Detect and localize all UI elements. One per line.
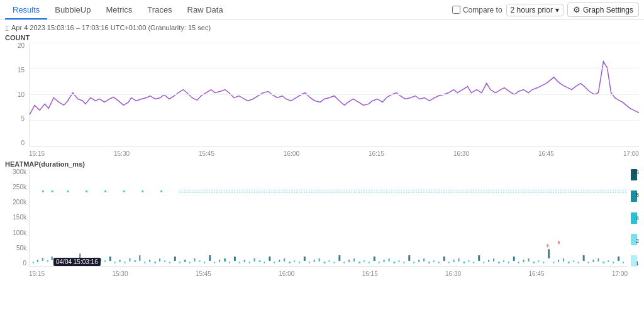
- svg-rect-75: [353, 258, 355, 262]
- svg-rect-25: [104, 260, 106, 262]
- x-label-1615: 16:15: [369, 150, 384, 157]
- line-chart-label: COUNT: [5, 34, 639, 41]
- tab-bubbleup[interactable]: BubbleUp: [47, 1, 98, 19]
- svg-rect-84: [398, 260, 399, 262]
- svg-rect-71: [333, 262, 335, 263]
- svg-rect-104: [498, 262, 500, 263]
- svg-rect-80: [379, 262, 380, 263]
- y-label-10: 10: [18, 92, 25, 98]
- svg-rect-58: [269, 257, 270, 261]
- svg-rect-4: [67, 190, 69, 192]
- svg-rect-30: [130, 258, 131, 262]
- svg-rect-26: [109, 257, 111, 261]
- y-label-5: 5: [21, 116, 25, 122]
- svg-rect-8: [142, 190, 143, 192]
- svg-rect-112: [538, 260, 539, 262]
- svg-rect-50: [229, 262, 230, 263]
- svg-rect-9: [160, 190, 162, 192]
- svg-rect-66: [309, 262, 310, 263]
- svg-rect-6: [104, 190, 106, 192]
- hm-x-1600: 16:00: [279, 270, 294, 277]
- svg-rect-99: [473, 262, 474, 263]
- svg-rect-37: [164, 260, 165, 262]
- svg-rect-52: [239, 262, 240, 263]
- legend-label-2: 2: [636, 238, 639, 244]
- svg-rect-83: [394, 262, 396, 263]
- svg-rect-92: [438, 262, 440, 263]
- svg-rect-48: [219, 260, 220, 262]
- compare-select[interactable]: 2 hours prior ▾: [506, 4, 564, 16]
- svg-rect-116: [558, 260, 559, 262]
- x-label-1530: 15:30: [114, 150, 130, 157]
- svg-rect-121: [583, 255, 585, 261]
- svg-rect-130: [547, 244, 548, 247]
- svg-rect-105: [503, 260, 504, 262]
- svg-rect-36: [159, 258, 160, 262]
- hm-x-1515: 15:15: [29, 270, 45, 277]
- x-label-1600: 16:00: [284, 150, 299, 157]
- chevron-down-icon: ▾: [555, 6, 559, 14]
- top-nav: Results BubbleUp Metrics Traces Raw Data…: [0, 0, 644, 20]
- hm-y-100k: 100k: [13, 230, 26, 236]
- x-label-1515: 15:15: [29, 150, 45, 157]
- svg-rect-44: [199, 260, 200, 262]
- svg-rect-33: [144, 262, 145, 263]
- svg-rect-69: [324, 262, 326, 263]
- svg-rect-117: [563, 258, 564, 262]
- tab-rawdata[interactable]: Raw Data: [180, 1, 231, 19]
- svg-rect-120: [578, 262, 579, 263]
- svg-rect-100: [478, 255, 480, 261]
- compare-checkbox[interactable]: [452, 6, 460, 14]
- svg-rect-49: [224, 258, 226, 262]
- compare-label: Compare to: [463, 6, 502, 14]
- svg-rect-11: [37, 260, 38, 262]
- heatmap-area[interactable]: 300k 250k 200k 150k 100k 50k 0: [5, 169, 639, 279]
- hm-y-50k: 50k: [16, 245, 26, 251]
- svg-rect-91: [433, 260, 435, 262]
- svg-rect-64: [299, 262, 300, 263]
- line-chart-area[interactable]: 20 15 10 5 0 15:15 15:30: [5, 43, 639, 159]
- hm-x-1630: 16:30: [445, 270, 461, 277]
- svg-rect-10: [33, 262, 34, 263]
- svg-rect-73: [343, 262, 345, 263]
- hm-x-1645: 16:45: [529, 270, 545, 277]
- graph-settings-label: Graph Settings: [583, 6, 633, 14]
- x-label-1545: 15:45: [199, 150, 214, 157]
- heatmap-plot[interactable]: 04/04 15:03:16: [29, 169, 628, 267]
- hm-y-300k: 300k: [13, 169, 26, 175]
- svg-rect-61: [284, 258, 285, 262]
- svg-rect-87: [413, 262, 414, 263]
- heatmap-dots-low: [33, 241, 624, 263]
- svg-rect-103: [493, 258, 494, 262]
- svg-rect-110: [528, 258, 530, 262]
- svg-rect-28: [119, 260, 121, 262]
- svg-rect-53: [244, 260, 245, 262]
- svg-rect-45: [204, 262, 205, 263]
- svg-rect-79: [374, 257, 375, 261]
- svg-rect-123: [593, 260, 594, 262]
- hm-x-1530: 15:30: [112, 270, 128, 277]
- hm-y-250k: 250k: [13, 184, 26, 190]
- svg-rect-42: [189, 262, 191, 263]
- cursor-icon: ⌶: [5, 25, 9, 31]
- svg-rect-89: [423, 258, 425, 262]
- tab-metrics[interactable]: Metrics: [98, 1, 140, 19]
- svg-rect-77: [364, 260, 365, 262]
- svg-rect-131: [558, 241, 560, 244]
- svg-rect-108: [518, 262, 519, 263]
- heatmap-container: HEATMAP(duration_ms) 300k 250k 200k 150k…: [5, 160, 639, 279]
- svg-rect-113: [543, 262, 544, 263]
- svg-rect-65: [304, 257, 306, 261]
- x-label-1645: 16:45: [538, 150, 554, 157]
- svg-rect-107: [513, 257, 515, 261]
- svg-rect-128: [618, 257, 619, 261]
- svg-rect-54: [249, 262, 250, 263]
- svg-rect-72: [338, 255, 340, 261]
- svg-rect-124: [597, 258, 599, 262]
- tab-results[interactable]: Results: [5, 1, 47, 19]
- line-chart-plot[interactable]: [29, 43, 639, 146]
- svg-rect-74: [348, 260, 350, 262]
- graph-settings-button[interactable]: ⚙ Graph Settings: [567, 3, 639, 17]
- timestamp-badge: 04/04 15:03:16: [53, 258, 101, 266]
- tab-traces[interactable]: Traces: [140, 1, 179, 19]
